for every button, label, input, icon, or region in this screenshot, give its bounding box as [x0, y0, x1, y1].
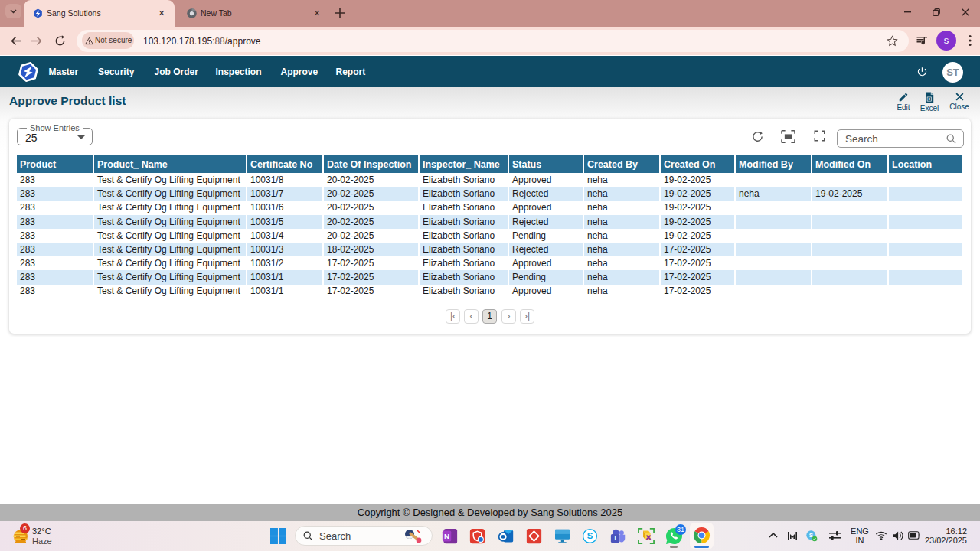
svg-text:T: T: [613, 534, 617, 542]
svg-text:S: S: [587, 531, 593, 540]
svg-text:x: x: [928, 97, 930, 101]
svg-text:N: N: [444, 532, 449, 540]
